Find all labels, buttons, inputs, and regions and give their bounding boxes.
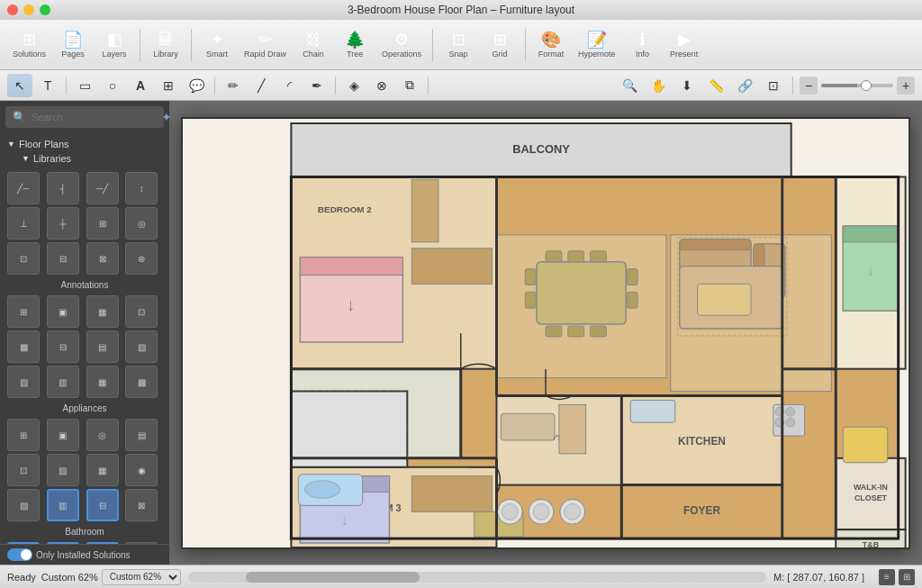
svg-text:KITCHEN: KITCHEN xyxy=(678,434,726,447)
ellipse-tool[interactable]: ○ xyxy=(100,74,125,97)
annotation-item-2[interactable]: ┤ xyxy=(47,172,79,204)
bathroom-item-12[interactable]: ⊠ xyxy=(125,489,158,521)
hypernote-button[interactable]: 📝 Hypernote xyxy=(573,23,621,67)
horizontal-scrollbar[interactable] xyxy=(188,572,766,583)
bathroom-item-1[interactable]: ⊞ xyxy=(7,419,40,451)
maximize-button[interactable] xyxy=(40,5,50,15)
svg-text:↓: ↓ xyxy=(340,511,348,529)
pan-tool[interactable]: ✋ xyxy=(646,74,671,97)
bathroom-item-4[interactable]: ▤ xyxy=(125,419,158,451)
text-tool[interactable]: A xyxy=(128,74,153,97)
search-input[interactable] xyxy=(32,112,156,122)
operations-button[interactable]: ⚙ Operations xyxy=(376,23,427,67)
stamp-tool[interactable]: ⊗ xyxy=(369,74,394,97)
line-tool[interactable]: ╱ xyxy=(249,74,274,97)
annotation-item-9[interactable]: ⊡ xyxy=(7,242,40,275)
pages-label: Pages xyxy=(61,50,85,59)
zoom-slider[interactable] xyxy=(821,84,893,87)
close-button[interactable] xyxy=(7,5,18,15)
zoom-plus-button[interactable]: + xyxy=(897,77,915,95)
appliance-item-3[interactable]: ▦ xyxy=(86,295,119,328)
zoom-search-icon[interactable]: 🔍 xyxy=(617,74,642,97)
draw-sep-4 xyxy=(428,77,429,95)
tree-button[interactable]: 🌲 Tree xyxy=(335,23,375,67)
annotation-item-3[interactable]: ─╱ xyxy=(86,172,119,204)
measure-tool[interactable]: 📏 xyxy=(703,74,728,97)
tree-label: Tree xyxy=(347,50,363,59)
traffic-lights[interactable] xyxy=(7,5,50,15)
canvas-area[interactable]: BALCONY BEDROOM 2 ↓ T&B xyxy=(169,101,922,565)
appliance-item-8[interactable]: ▧ xyxy=(125,330,158,363)
zoom-minus-button[interactable]: − xyxy=(800,77,818,95)
bathroom-item-2[interactable]: ▣ xyxy=(47,419,79,451)
download-tool[interactable]: ⬇ xyxy=(674,74,700,97)
pencil-tool[interactable]: ✒ xyxy=(304,74,330,97)
svg-point-82 xyxy=(533,503,549,520)
appliance-item-4[interactable]: ⊡ xyxy=(125,295,158,328)
bathroom-item-11[interactable]: ⊟ xyxy=(86,489,119,521)
appliance-item-12[interactable]: ▩ xyxy=(125,366,158,398)
annotation-item-5[interactable]: ⊥ xyxy=(7,207,40,240)
bathroom-item-5[interactable]: ⊡ xyxy=(7,454,40,486)
appliance-item-5[interactable]: ▩ xyxy=(7,330,40,363)
pages-button[interactable]: 📄 Pages xyxy=(53,23,93,67)
svg-rect-60 xyxy=(630,400,675,422)
annotation-item-6[interactable]: ┼ xyxy=(47,207,79,240)
transform-tool[interactable]: ⊡ xyxy=(761,74,786,97)
search-magic-icon: ✦ xyxy=(161,110,169,124)
format-button[interactable]: 🎨 Format xyxy=(531,23,571,67)
appliance-item-2[interactable]: ▣ xyxy=(47,295,79,328)
rapid-draw-button[interactable]: ✏ Rapid Draw xyxy=(239,23,292,67)
snap-button[interactable]: ⊡ Snap xyxy=(438,23,478,67)
appliance-item-11[interactable]: ▦ xyxy=(86,366,119,398)
bathroom-item-9[interactable]: ▨ xyxy=(7,489,40,521)
minimize-button[interactable] xyxy=(23,5,34,15)
appliance-item-7[interactable]: ▤ xyxy=(86,330,119,363)
appliance-item-1[interactable]: ⊞ xyxy=(7,295,40,328)
annotation-item-4[interactable]: ↕ xyxy=(125,172,158,204)
only-installed-toggle[interactable]: Only Installed Solutions xyxy=(7,548,162,561)
link-tool[interactable]: 🔗 xyxy=(732,74,757,97)
list-view-button[interactable]: ≡ xyxy=(879,569,895,585)
select-tool[interactable]: ↖ xyxy=(7,74,32,97)
layers-button[interactable]: ◧ Layers xyxy=(95,23,134,67)
grid-view-button[interactable]: ⊞ xyxy=(899,569,915,585)
svg-rect-18 xyxy=(568,250,584,261)
library-button[interactable]: 🏛 Library xyxy=(146,23,185,67)
tree-libraries[interactable]: ▼ Libraries xyxy=(7,151,162,166)
smart-button[interactable]: ✦ Smart xyxy=(197,23,237,67)
crop-tool[interactable]: ⧉ xyxy=(397,74,422,97)
present-button[interactable]: ▶ Present xyxy=(664,23,704,67)
zoom-control[interactable]: Custom 62% Custom 62% 50% 75% 100% xyxy=(41,569,181,585)
bathroom-item-7[interactable]: ▦ xyxy=(86,454,119,486)
grid-button[interactable]: ⊞ Grid xyxy=(480,23,520,67)
annotation-item-7[interactable]: ⊞ xyxy=(86,207,119,240)
bathroom-item-10[interactable]: ▥ xyxy=(47,489,79,521)
search-bar[interactable]: 🔍 ✦ xyxy=(5,106,164,128)
arc-tool[interactable]: ◜ xyxy=(276,74,302,97)
zoom-select[interactable]: Custom 62% 50% 75% 100% xyxy=(102,569,181,585)
annotation-item-10[interactable]: ⊟ xyxy=(47,242,79,275)
info-button[interactable]: ℹ Info xyxy=(623,23,663,67)
annotation-item-11[interactable]: ⊠ xyxy=(86,242,119,275)
appliance-item-6[interactable]: ⊟ xyxy=(47,330,79,363)
chain-button[interactable]: ⛓ Chain xyxy=(294,23,333,67)
fill-tool[interactable]: ◈ xyxy=(341,74,366,97)
table-tool[interactable]: ⊞ xyxy=(156,74,181,97)
appliance-item-10[interactable]: ▥ xyxy=(47,366,79,398)
svg-point-84 xyxy=(565,503,581,520)
appliance-item-9[interactable]: ▨ xyxy=(7,366,40,398)
tree-floor-plans[interactable]: ▼ Floor Plans xyxy=(7,137,162,151)
pen-tool[interactable]: ✏ xyxy=(221,74,246,97)
solutions-button[interactable]: ⊞ Solutions xyxy=(7,23,51,67)
annotation-item-8[interactable]: ◎ xyxy=(125,207,158,240)
floor-plan[interactable]: BALCONY BEDROOM 2 ↓ T&B xyxy=(181,117,910,549)
bathroom-item-8[interactable]: ◉ xyxy=(125,454,158,486)
text-cursor-tool[interactable]: T xyxy=(35,74,60,97)
rect-tool[interactable]: ▭ xyxy=(72,74,97,97)
bathroom-item-3[interactable]: ◎ xyxy=(86,419,119,451)
annotation-item-1[interactable]: ╱─ xyxy=(7,172,40,204)
annotation-item-12[interactable]: ⊛ xyxy=(125,242,158,275)
comment-tool[interactable]: 💬 xyxy=(184,74,209,97)
bathroom-item-6[interactable]: ▧ xyxy=(47,454,79,486)
